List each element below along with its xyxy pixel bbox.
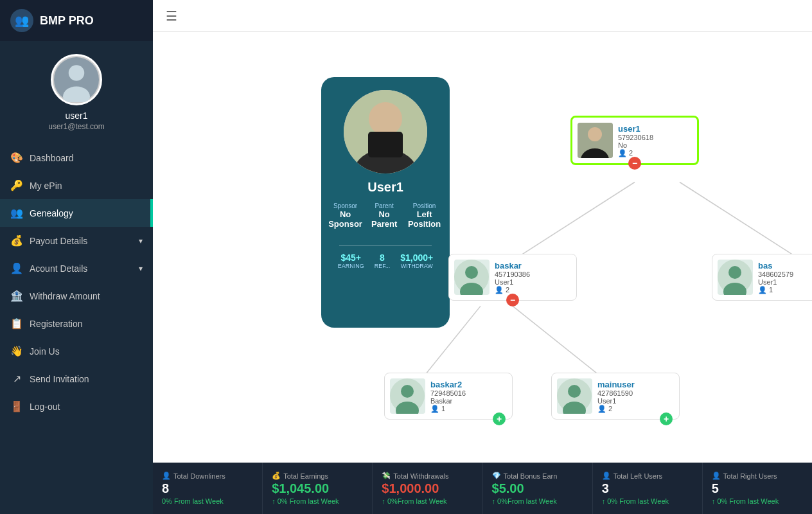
root-minus-button[interactable]: − [628, 157, 641, 170]
ll-avatar-img [390, 378, 425, 414]
downliners-change: 0% From last Week [162, 497, 253, 505]
left-users-change: ↑ 0% From last Week [602, 497, 693, 505]
sidebar-item-sendinvitation[interactable]: ↗ Send Invitation [0, 365, 153, 393]
stat-downliners: 👤 Total Downliners 8 0% From last Week [153, 463, 263, 514]
joinus-icon: 👋 [10, 345, 23, 357]
ll-plus-button[interactable]: + [493, 412, 506, 425]
left-users-icon: 👤 [602, 472, 611, 480]
refs-stat: 8 REF... [375, 253, 391, 269]
svg-point-21 [401, 385, 414, 398]
genealogy-label: Genealogy [30, 208, 73, 218]
sidebar-item-withdraw[interactable]: 🏦 Withdraw Amount [0, 282, 153, 310]
epin-icon: 🔑 [10, 179, 23, 191]
profile-card: User1 Sponsor No Sponsor Parent No Paren… [321, 77, 450, 328]
epin-label: My ePin [30, 181, 62, 191]
lr-label: User1 [597, 397, 674, 405]
profile-card-stats: Sponsor No Sponsor Parent No Parent Posi… [328, 202, 443, 229]
sidebar-item-myepin[interactable]: 🔑 My ePin [0, 172, 153, 199]
payout-label: Payout Details [30, 236, 87, 246]
sidebar-item-logout[interactable]: 🚪 Log-out [0, 393, 153, 420]
ll-count: 👤 1 [430, 405, 507, 413]
root-avatar-img [578, 123, 613, 158]
tree-node-left[interactable]: baskar 457190386 User1 👤 2 − [448, 254, 577, 301]
sidebar-item-registration[interactable]: 📋 Registeration [0, 310, 153, 337]
left-avatar-img [454, 260, 490, 295]
sponsor-stat: Sponsor No Sponsor [328, 202, 363, 229]
left-minus-button[interactable]: − [506, 294, 519, 306]
earnings-value: $1,045.00 [272, 481, 363, 496]
lr-avatar [557, 378, 592, 414]
earnings-icon: 💰 [272, 472, 281, 480]
svg-point-12 [588, 127, 602, 141]
withdraw-stat: $1,000+ WITHDRAW [400, 253, 433, 269]
left-info: baskar 457190386 User1 👤 2 [495, 261, 571, 294]
svg-point-15 [465, 266, 478, 279]
tree-node-lr[interactable]: mainuser 427861590 User1 👤 2 + [551, 373, 680, 420]
main-content: ☰ [153, 0, 812, 514]
sidebar-item-genealogy[interactable]: 👥 Genealogy [0, 199, 153, 227]
sidebar-nav: 🎨 Dashboard 🔑 My ePin 👥 Genealogy 💰 Payo… [0, 137, 153, 514]
avatar-image [54, 57, 99, 102]
tree-node-ll[interactable]: baskar2 729485016 Baskar 👤 1 + [384, 373, 513, 420]
right-users-change: ↑ 0% From last Week [712, 497, 803, 505]
ll-info: baskar2 729485016 Baskar 👤 1 [430, 380, 507, 413]
earnings-change: ↑ 0% From last Week [272, 497, 363, 505]
payout-icon: 💰 [10, 235, 23, 247]
profile-card-avatar [344, 90, 427, 173]
earning-stat: $45+ EARNING [338, 253, 364, 269]
parent-stat: Parent No Parent [369, 202, 399, 229]
svg-point-8 [369, 102, 402, 136]
card-divider [339, 245, 432, 246]
downliners-value: 8 [162, 481, 253, 496]
profile-name: user1 [65, 111, 87, 121]
tree-node-right[interactable]: bas 348602579 User1 👤 1 + [712, 254, 812, 301]
right-avatar-img [718, 260, 753, 295]
lr-count-icon: 👤 [597, 405, 606, 413]
root-avatar [578, 123, 613, 158]
sidebar-item-payout[interactable]: 💰 Payout Details ▾ [0, 227, 153, 254]
dashboard-icon: 🎨 [10, 152, 23, 164]
hamburger-button[interactable]: ☰ [166, 8, 177, 24]
root-name: user1 [618, 124, 692, 134]
right-count: 👤 1 [758, 286, 812, 294]
lr-plus-button[interactable]: + [660, 412, 673, 425]
sidebar-item-joinus[interactable]: 👋 Join Us [0, 337, 153, 365]
profile-card-image [344, 90, 427, 173]
tree-container[interactable]: User1 Sponsor No Sponsor Parent No Paren… [153, 32, 812, 463]
profile-card-earnings: $45+ EARNING 8 REF... $1,000+ WITHDRAW [338, 253, 434, 269]
right-name: bas [758, 261, 812, 270]
svg-point-24 [568, 385, 581, 398]
sponsor-value: No Sponsor [328, 209, 363, 229]
sidebar-header: 👥 BMP PRO [0, 0, 153, 41]
registration-icon: 📋 [10, 317, 23, 330]
left-label: User1 [495, 278, 571, 286]
earning-label: EARNING [338, 263, 364, 269]
lr-id: 427861590 [597, 389, 674, 397]
invitation-label: Send Invitation [30, 374, 89, 384]
svg-line-3 [513, 182, 635, 260]
sidebar-item-account[interactable]: 👤 Acount Details ▾ [0, 254, 153, 282]
ll-name: baskar2 [430, 380, 507, 389]
invitation-icon: ↗ [10, 373, 23, 385]
sidebar-item-dashboard[interactable]: 🎨 Dashboard [0, 144, 153, 172]
sidebar: 👥 BMP PRO user1 user1@test.com 🎨 Dashboa… [0, 0, 153, 514]
right-users-icon: 👤 [712, 472, 721, 480]
stat-right-users: 👤 Total Right Users 5 ↑ 0% From last Wee… [703, 463, 812, 514]
right-label: User1 [758, 278, 812, 286]
refs-value: 8 [375, 253, 391, 263]
stat-earnings: 💰 Total Earnings $1,045.00 ↑ 0% From las… [263, 463, 373, 514]
payout-arrow: ▾ [139, 236, 143, 245]
ll-label: Baskar [430, 397, 507, 405]
withdrawals-value: $1,000.00 [382, 481, 473, 496]
profile-email: user1@test.com [48, 122, 105, 131]
right-info: bas 348602579 User1 👤 1 [758, 261, 812, 294]
svg-line-6 [513, 306, 603, 378]
logout-icon: 🚪 [10, 400, 23, 412]
withdraw-label: Withdraw Amount [30, 291, 100, 301]
account-icon: 👤 [10, 262, 23, 274]
tree-node-root[interactable]: user1 579230618 No 👤 2 − [570, 116, 699, 165]
earning-value: $45+ [338, 253, 364, 263]
left-count: 👤 2 [495, 286, 571, 294]
bonus-value: $5.00 [492, 481, 583, 496]
right-users-value: 5 [712, 481, 803, 496]
